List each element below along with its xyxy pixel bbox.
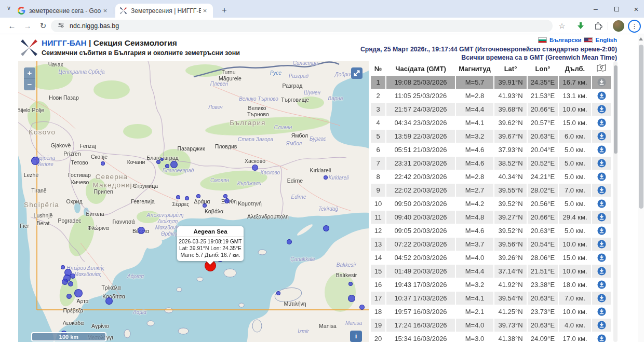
col-latitude[interactable]: Lat° (494, 62, 527, 75)
table-row[interactable]: 321:57 24/03/2026M=4.439.68°N20.66°E10.0… (371, 103, 611, 116)
download-event-button[interactable] (597, 334, 606, 342)
page-scrollbar[interactable] (638, 34, 644, 342)
earthquake-marker[interactable] (156, 160, 160, 164)
download-event-button[interactable] (597, 307, 606, 316)
download-event-button[interactable] (597, 91, 606, 100)
col-longitude[interactable]: Lon° (528, 62, 558, 75)
earthquake-marker[interactable] (196, 194, 200, 198)
col-depth[interactable]: Дълб. (559, 62, 591, 75)
earthquake-marker[interactable] (223, 194, 227, 198)
table-row[interactable]: 119:08 25/03/2026M=5.739.91°N24.35°E16.7… (371, 76, 611, 89)
download-event-button[interactable] (597, 145, 606, 154)
table-row[interactable]: 822:42 20/03/2026M=2.840.34°N24.21°E5.0 … (371, 170, 611, 183)
reload-button[interactable]: ↻ (36, 20, 50, 32)
earthquake-marker[interactable] (348, 295, 355, 302)
download-event-button[interactable] (597, 118, 606, 127)
col-time-date[interactable]: Час/дата (GMT) (386, 62, 455, 75)
table-row[interactable]: 1917:24 16/03/2026M=4.039.73°N20.63°E4.0… (371, 319, 611, 332)
earthquake-marker[interactable] (359, 305, 365, 310)
profile-avatar[interactable] (613, 20, 624, 32)
tab-google-search[interactable]: земетресение сега - Google Tr × (14, 4, 113, 18)
earthquake-map[interactable]: ЧачакЦентрална СрбијаНови ПазарBijelo Po… (18, 61, 369, 342)
earthquake-marker[interactable] (160, 158, 164, 161)
table-row[interactable]: 513:59 22/03/2026M=3.239.67°N20.63°E6.0 … (371, 130, 611, 143)
attribution-info-button[interactable]: i (350, 331, 362, 342)
earthquake-marker[interactable] (165, 164, 169, 168)
earthquake-marker[interactable] (324, 175, 328, 180)
page-scrollbar-thumb[interactable] (639, 45, 643, 209)
site-settings-icon[interactable] (57, 21, 65, 31)
table-row[interactable]: 1619:43 17/03/2026M=3.241.92°N23.38°E18.… (371, 278, 611, 291)
table-row[interactable]: 404:34 23/03/2026M=4.139.62°N20.57°E15.0… (371, 116, 611, 129)
download-complete-icon[interactable] (575, 21, 586, 33)
back-button[interactable]: ← (5, 20, 19, 32)
download-event-button[interactable] (597, 294, 606, 303)
earthquake-marker[interactable] (203, 203, 207, 208)
download-event-button[interactable] (597, 172, 606, 181)
table-row[interactable]: 605:51 21/03/2026M=4.637.93°N20.04°E5.0 … (371, 143, 611, 156)
table-row[interactable]: 211:05 25/03/2026M=2.841.93°N21.53°E13.1… (371, 89, 611, 102)
brand-link[interactable]: НИГГГ-БАН (42, 38, 87, 47)
download-event-button[interactable] (597, 186, 606, 195)
col-number[interactable]: № (371, 62, 385, 75)
lang-bulgarian-link[interactable]: Български (549, 37, 581, 43)
download-event-button[interactable] (597, 267, 606, 276)
address-bar[interactable]: ndc.niggg.bas.bg (51, 20, 553, 32)
earthquake-marker[interactable] (62, 279, 68, 285)
window-maximize-button[interactable] (607, 0, 626, 18)
earthquake-marker[interactable] (176, 195, 180, 199)
tab-close-icon[interactable]: × (101, 7, 109, 15)
download-event-button[interactable] (597, 105, 606, 114)
table-row[interactable]: 723:31 20/03/2026M=4.638.52°N20.52°E5.0 … (371, 157, 611, 170)
download-event-button[interactable] (597, 213, 606, 222)
download-event-button[interactable] (597, 199, 606, 208)
earthquake-marker[interactable] (74, 289, 83, 297)
fullscreen-button[interactable] (351, 67, 363, 79)
earthquake-marker[interactable] (252, 165, 258, 171)
bookmark-star-icon[interactable]: ☆ (556, 20, 568, 32)
earthquake-marker[interactable] (70, 273, 75, 279)
earthquake-marker[interactable] (61, 265, 65, 269)
window-minimize-button[interactable]: – (586, 0, 606, 18)
table-row[interactable]: 1209:05 20/03/2026M=4.639.52°N20.63°E5.0… (371, 224, 611, 237)
earthquake-marker[interactable] (138, 227, 145, 234)
earthquake-marker[interactable] (170, 161, 178, 168)
col-magnitude[interactable]: Магнитуд (456, 62, 493, 75)
forward-button[interactable]: → (21, 20, 34, 32)
earthquake-marker[interactable] (185, 196, 189, 200)
earthquake-marker[interactable] (105, 297, 113, 305)
table-row[interactable]: 922:02 20/03/2026M=2.739.55°N28.02°E7.0 … (371, 184, 611, 197)
url-text[interactable]: ndc.niggg.bas.bg (70, 22, 119, 30)
browser-menu-button[interactable]: ⋮ (628, 20, 641, 33)
download-event-button[interactable] (597, 240, 606, 249)
table-row[interactable]: 1307:22 20/03/2026M=3.739.56°N20.54°E10.… (371, 238, 611, 251)
tab-close-icon[interactable]: × (201, 7, 209, 15)
table-row[interactable]: 2015:34 16/03/2026M=3.041.38°N24.09°E17.… (371, 332, 611, 342)
zoom-in-button[interactable]: + (24, 67, 35, 79)
download-event-button[interactable] (597, 226, 606, 235)
tab-search-button[interactable]: ∨ (4, 5, 14, 13)
earthquake-marker[interactable] (68, 281, 73, 286)
earthquake-marker[interactable] (348, 282, 353, 286)
earthquake-marker[interactable] (224, 198, 230, 203)
download-event-button[interactable] (597, 253, 606, 262)
earthquake-marker[interactable] (323, 225, 329, 231)
table-scrollbar[interactable] (613, 61, 618, 342)
download-event-button[interactable] (597, 78, 606, 87)
table-row[interactable]: 1109:40 20/03/2026M=4.839.27°N20.66°E29.… (371, 211, 611, 224)
table-row[interactable]: 1404:52 20/03/2026M=4.039.26°N28.06°E15.… (371, 251, 611, 264)
table-scrollbar-thumb[interactable] (614, 65, 618, 154)
table-row[interactable]: 1710:37 17/03/2026M=4.139.54°N20.63°E7.0… (371, 292, 611, 305)
table-row[interactable]: 1501:49 20/03/2026M=4.437.14°N21.51°E10.… (371, 265, 611, 278)
extensions-icon[interactable] (593, 21, 603, 33)
earthquake-marker[interactable] (101, 161, 105, 166)
earthquake-marker[interactable] (276, 291, 280, 295)
tab-niggg-active[interactable]: Земетресения | НИГГГ-БАН И × (115, 4, 213, 18)
download-event-button[interactable] (597, 132, 606, 141)
table-row[interactable]: 1819:57 16/03/2026M=2.141.25°N23.73°E10.… (371, 305, 611, 318)
download-event-button[interactable] (597, 159, 606, 168)
earthquake-marker[interactable] (287, 239, 292, 244)
earthquake-marker[interactable] (66, 294, 72, 299)
scroll-up-arrow-icon[interactable] (639, 37, 643, 40)
window-close-button[interactable]: × (626, 0, 644, 18)
